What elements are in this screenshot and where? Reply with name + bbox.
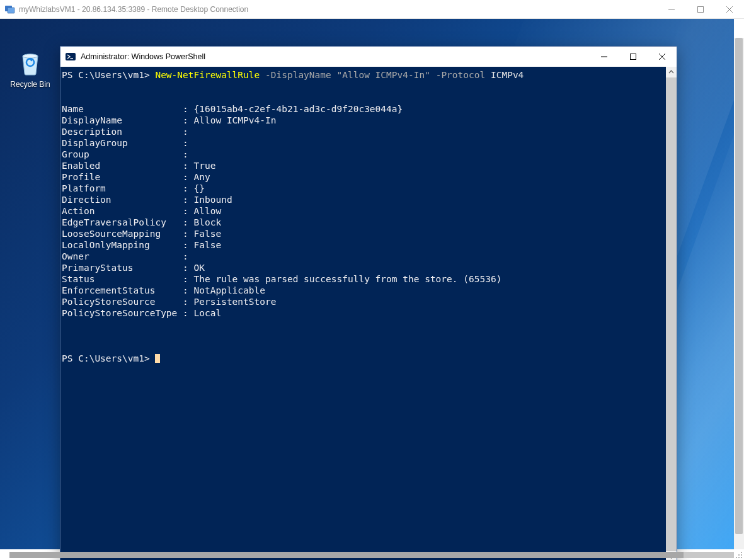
terminal-output-row: LocalOnlyMapping : False bbox=[60, 239, 666, 251]
terminal-output-row: Action : Allow bbox=[60, 205, 666, 217]
svg-point-14 bbox=[738, 554, 740, 556]
terminal-output-row: PolicyStoreSource : PersistentStore bbox=[60, 296, 666, 307]
powershell-title-text: Administrator: Windows PowerShell bbox=[81, 52, 205, 61]
terminal-output-row: EdgeTraversalPolicy : Block bbox=[60, 217, 666, 228]
scrollbar-thumb[interactable] bbox=[666, 77, 677, 551]
rdp-close-button[interactable] bbox=[715, 0, 744, 19]
terminal-output-row: DisplayName : Allow ICMPv4-In bbox=[60, 115, 666, 126]
terminal-output-row: EnforcementStatus : NotApplicable bbox=[60, 285, 666, 296]
terminal-output-row: Description : bbox=[60, 126, 666, 137]
powershell-close-button[interactable] bbox=[648, 47, 677, 67]
terminal-output-row: Name : {16015ab4-c2ef-4b21-ad3c-d9f20c3e… bbox=[60, 103, 666, 115]
svg-point-6 bbox=[23, 54, 38, 58]
rdp-maximize-button[interactable] bbox=[686, 0, 715, 19]
terminal-output-row: PolicyStoreSourceType : Local bbox=[60, 307, 666, 319]
terminal-output-row: Direction : Inbound bbox=[60, 194, 666, 205]
terminal-prompt[interactable]: PS C:\Users\vm1> bbox=[60, 353, 666, 364]
rdp-window: myWhizlabsVM1 - 20.86.134.35:3389 - Remo… bbox=[0, 0, 744, 560]
svg-point-16 bbox=[736, 557, 737, 558]
terminal-command-line: PS C:\Users\vm1> New-NetFirewallRule -Di… bbox=[60, 69, 666, 81]
powershell-maximize-button[interactable] bbox=[619, 47, 648, 67]
powershell-body: PS C:\Users\vm1> New-NetFirewallRule -Di… bbox=[60, 67, 677, 560]
rdp-title-text: myWhizlabsVM1 - 20.86.134.35:3389 - Remo… bbox=[19, 5, 248, 14]
recycle-bin-icon[interactable]: Recycle Bin bbox=[6, 47, 54, 89]
svg-point-15 bbox=[741, 554, 742, 556]
terminal-output-row: Profile : Any bbox=[60, 171, 666, 183]
scrollbar-track[interactable] bbox=[666, 77, 677, 551]
page-vertical-scrollbar-thumb[interactable] bbox=[735, 38, 743, 534]
svg-rect-1 bbox=[8, 8, 14, 13]
terminal-output-row: Owner : bbox=[60, 251, 666, 262]
terminal-output-row: Status : The rule was parsed successfull… bbox=[60, 273, 666, 285]
resize-grip-icon[interactable] bbox=[735, 551, 743, 559]
horizontal-scrollbar[interactable] bbox=[9, 552, 734, 558]
recycle-bin-label: Recycle Bin bbox=[6, 80, 54, 89]
rdp-minimize-button[interactable] bbox=[657, 0, 686, 19]
horizontal-scrollbar-thumb[interactable] bbox=[9, 552, 684, 558]
terminal-output-row: Platform : {} bbox=[60, 183, 666, 194]
rdp-titlebar[interactable]: myWhizlabsVM1 - 20.86.134.35:3389 - Remo… bbox=[0, 0, 744, 19]
powershell-icon bbox=[66, 52, 76, 62]
terminal-output-row: DisplayGroup : bbox=[60, 137, 666, 149]
powershell-minimize-button[interactable] bbox=[590, 47, 619, 67]
svg-point-17 bbox=[738, 557, 740, 558]
svg-rect-3 bbox=[698, 6, 704, 12]
svg-rect-10 bbox=[631, 54, 636, 60]
terminal-output-row: LooseSourceMapping : False bbox=[60, 228, 666, 239]
powershell-titlebar[interactable]: Administrator: Windows PowerShell bbox=[60, 47, 677, 67]
svg-point-13 bbox=[741, 552, 742, 553]
terminal-output-row: Group : bbox=[60, 149, 666, 160]
powershell-terminal[interactable]: PS C:\Users\vm1> New-NetFirewallRule -Di… bbox=[60, 67, 666, 560]
rdp-app-icon bbox=[5, 4, 15, 14]
page-vertical-scrollbar[interactable] bbox=[734, 38, 744, 549]
terminal-cursor bbox=[155, 354, 160, 363]
recycle-bin-glyph bbox=[15, 47, 45, 77]
powershell-scrollbar[interactable] bbox=[666, 67, 677, 560]
remote-desktop[interactable]: Recycle Bin Administrator: Windows Power… bbox=[0, 19, 734, 549]
svg-point-18 bbox=[741, 557, 742, 558]
rdp-client-area: Recycle Bin Administrator: Windows Power… bbox=[0, 19, 744, 560]
terminal-output-row: PrimaryStatus : OK bbox=[60, 262, 666, 273]
powershell-window: Administrator: Windows PowerShell PS C:\… bbox=[60, 46, 677, 560]
scrollbar-up-button[interactable] bbox=[666, 67, 677, 77]
terminal-output-row: Enabled : True bbox=[60, 160, 666, 171]
